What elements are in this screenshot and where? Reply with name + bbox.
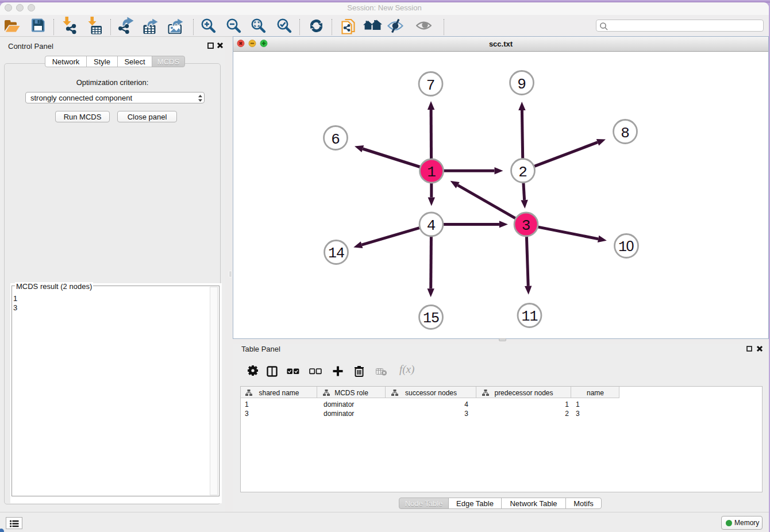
svg-text:4: 4	[427, 217, 436, 234]
svg-text:11: 11	[521, 309, 537, 325]
svg-text:3: 3	[522, 217, 531, 234]
svg-text:9: 9	[517, 76, 526, 93]
svg-text:15: 15	[423, 310, 439, 327]
svg-text:1: 1	[427, 164, 436, 181]
svg-text:6: 6	[331, 131, 340, 148]
svg-text:7: 7	[426, 77, 436, 94]
svg-text:2: 2	[518, 164, 528, 181]
svg-text:8: 8	[621, 125, 630, 142]
svg-text:0: 0	[626, 238, 634, 254]
svg-text:14: 14	[328, 245, 344, 262]
